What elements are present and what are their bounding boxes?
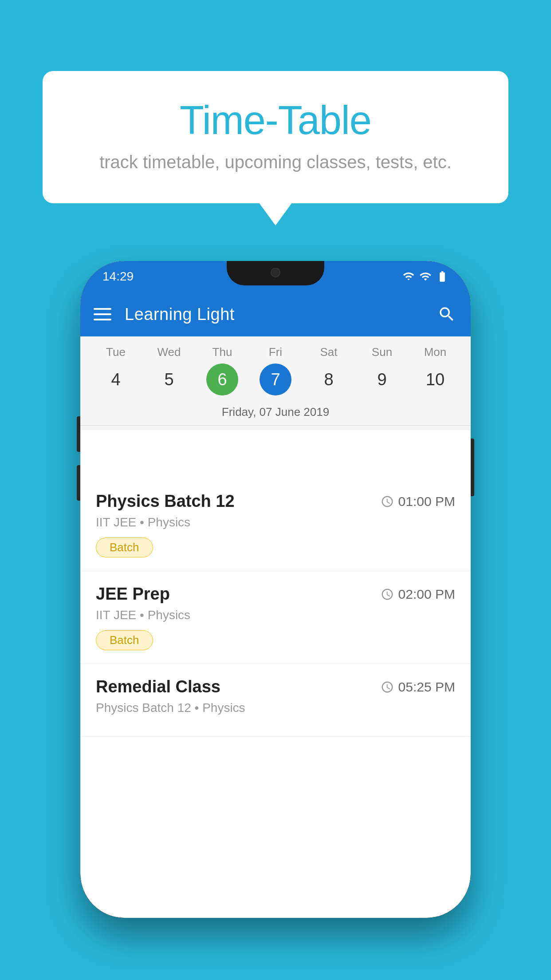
search-button[interactable] (436, 304, 457, 325)
schedule-time-text: 05:25 PM (398, 680, 455, 695)
calendar-date-label: Friday, 07 June 2019 (80, 401, 471, 425)
menu-button[interactable] (94, 308, 111, 320)
day-name-label: Thu (213, 345, 232, 359)
day-name-label: Sat (320, 345, 337, 359)
schedule-item-title: Remedial Class (96, 677, 220, 696)
battery-icon (436, 270, 449, 283)
day-number-label: 8 (313, 364, 345, 395)
day-name-label: Fri (269, 345, 282, 359)
calendar-day-tue[interactable]: Tue4 (94, 345, 138, 395)
phone-frame: 14:29 (80, 261, 471, 918)
phone-mockup: 14:29 (80, 261, 471, 918)
schedule-item-1[interactable]: JEE Prep02:00 PMIIT JEE • PhysicsBatch (80, 571, 471, 664)
schedule-item-time: 05:25 PM (381, 680, 455, 695)
status-icons (402, 270, 449, 283)
day-number-label: 7 (260, 364, 291, 395)
batch-badge: Batch (96, 537, 153, 557)
phone-notch (227, 261, 324, 285)
bubble-subtitle: track timetable, upcoming classes, tests… (78, 152, 473, 172)
calendar-day-mon[interactable]: Mon10 (413, 345, 457, 395)
app-bar: Learning Light (80, 292, 471, 336)
calendar-section: Tue4Wed5Thu6Fri7Sat8Sun9Mon10 Friday, 07… (80, 336, 471, 430)
clock-icon (381, 495, 394, 508)
schedule-time-text: 01:00 PM (398, 494, 455, 509)
day-number-label: 4 (100, 364, 132, 395)
bubble-title: Time-Table (78, 98, 473, 143)
day-number-label: 10 (419, 364, 451, 395)
calendar-day-thu[interactable]: Thu6 (200, 345, 244, 395)
app-title: Learning Light (125, 305, 436, 324)
schedule-item-subtitle: Physics Batch 12 • Physics (96, 701, 455, 715)
status-time: 14:29 (102, 269, 134, 284)
calendar-day-wed[interactable]: Wed5 (147, 345, 191, 395)
phone-screen: 14:29 (80, 261, 471, 918)
calendar-day-sat[interactable]: Sat8 (307, 345, 351, 395)
schedule-time-text: 02:00 PM (398, 587, 455, 602)
day-number-label: 9 (366, 364, 398, 395)
day-number-label: 5 (153, 364, 185, 395)
clock-icon (381, 680, 394, 694)
schedule-item-time: 02:00 PM (381, 587, 455, 602)
schedule-item-0[interactable]: Physics Batch 1201:00 PMIIT JEE • Physic… (80, 478, 471, 571)
search-icon (437, 305, 456, 324)
batch-badge: Batch (96, 630, 153, 650)
front-camera (271, 268, 280, 277)
schedule-item-subtitle: IIT JEE • Physics (96, 608, 455, 622)
day-name-label: Wed (157, 345, 181, 359)
day-number-label: 6 (206, 364, 238, 395)
day-name-label: Sun (372, 345, 392, 359)
volume-up-button (77, 416, 80, 452)
calendar-day-fri[interactable]: Fri7 (253, 345, 298, 395)
calendar-divider (80, 425, 471, 426)
wifi-icon (402, 270, 415, 283)
speech-bubble: Time-Table track timetable, upcoming cla… (43, 71, 508, 203)
calendar-days-row: Tue4Wed5Thu6Fri7Sat8Sun9Mon10 (80, 345, 471, 395)
schedule-item-2[interactable]: Remedial Class05:25 PMPhysics Batch 12 •… (80, 664, 471, 737)
schedule-section: Physics Batch 1201:00 PMIIT JEE • Physic… (80, 478, 471, 737)
volume-down-button (77, 465, 80, 501)
schedule-item-title: JEE Prep (96, 585, 170, 604)
day-name-label: Tue (106, 345, 126, 359)
schedule-item-subtitle: IIT JEE • Physics (96, 515, 455, 530)
day-name-label: Mon (424, 345, 447, 359)
schedule-item-title: Physics Batch 12 (96, 492, 235, 511)
clock-icon (381, 588, 394, 601)
signal-icon (419, 270, 432, 283)
schedule-item-time: 01:00 PM (381, 494, 455, 509)
calendar-day-sun[interactable]: Sun9 (360, 345, 404, 395)
power-button (471, 439, 474, 496)
